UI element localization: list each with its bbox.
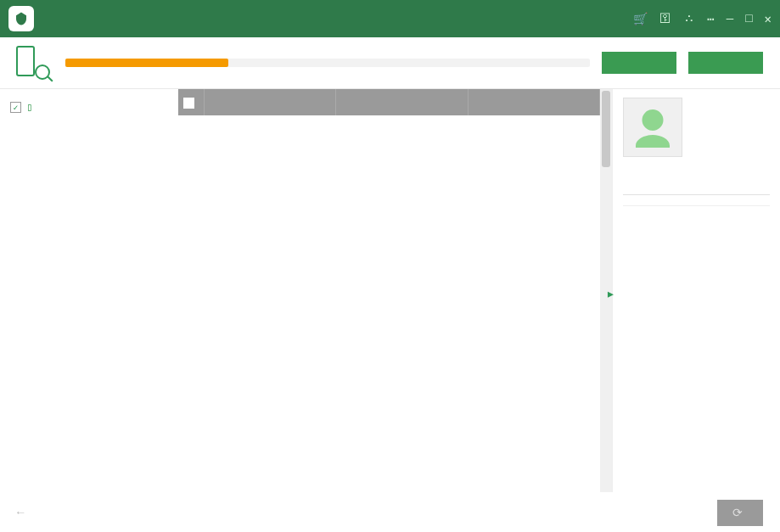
expand-handle-icon[interactable]: ▸ <box>606 284 615 303</box>
menu-icon[interactable]: ⋯ <box>707 12 714 26</box>
contacts-table <box>178 89 600 115</box>
close-icon[interactable]: ✕ <box>765 12 772 26</box>
back-arrow-icon: ← <box>17 506 24 519</box>
phone-icon: ▯ <box>26 101 32 114</box>
col-email[interactable] <box>468 89 600 115</box>
maximize-icon[interactable]: □ <box>745 12 752 25</box>
cart-icon[interactable]: 🛒 <box>633 12 648 26</box>
section-media <box>7 136 171 148</box>
title-bar: 🛒 ⚿ ⛬ ⋯ — □ ✕ <box>0 0 780 37</box>
scan-device-icon <box>13 46 53 80</box>
recover-icon: ⟳ <box>732 506 743 520</box>
pause-button[interactable] <box>602 52 676 74</box>
key-icon[interactable]: ⚿ <box>659 12 671 25</box>
sidebar: ▯ <box>0 89 178 492</box>
avatar <box>623 98 682 157</box>
scan-bar <box>0 37 780 89</box>
detail-phone-label <box>623 191 770 195</box>
device-row[interactable]: ▯ <box>7 98 171 124</box>
app-logo <box>8 6 34 31</box>
contacts-table-wrap <box>178 89 612 492</box>
col-phone[interactable] <box>336 89 469 115</box>
col-name[interactable] <box>204 89 336 115</box>
footer: ← ⟳ <box>0 492 780 532</box>
minimize-icon[interactable]: — <box>727 12 733 25</box>
feedback-icon[interactable]: ⛬ <box>683 12 695 25</box>
back-button[interactable]: ← <box>17 506 32 519</box>
progress-bar <box>65 59 590 67</box>
device-checkbox[interactable] <box>10 102 21 113</box>
select-all-checkbox[interactable] <box>183 98 194 109</box>
detail-panel: ▸ <box>612 89 780 492</box>
recover-button[interactable]: ⟳ <box>717 500 763 526</box>
section-contacts-messages <box>7 124 171 136</box>
stop-button[interactable] <box>688 52 763 74</box>
